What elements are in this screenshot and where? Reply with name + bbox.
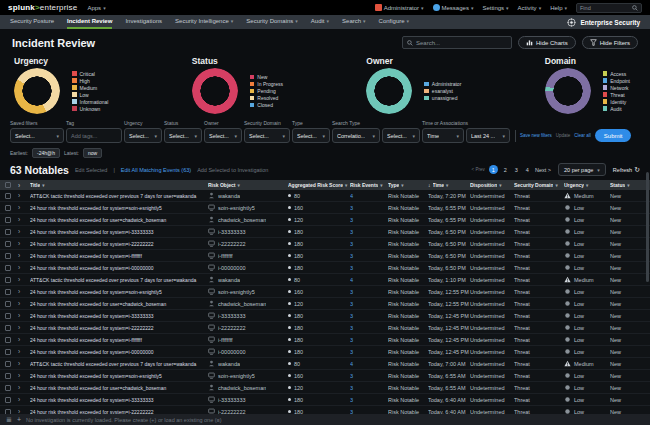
earliest-chip[interactable]: -24h@h xyxy=(32,148,60,158)
expand-row-icon[interactable]: › xyxy=(16,276,30,283)
risk-object-cell[interactable]: i-00000000 xyxy=(208,348,288,355)
risk-events-link[interactable]: 3 xyxy=(350,289,388,295)
expand-row-icon[interactable]: › xyxy=(16,372,30,379)
risk-events-link[interactable]: 3 xyxy=(350,265,388,271)
filter-select[interactable]: Select...▾ xyxy=(124,128,162,143)
notable-title-link[interactable]: 24 hour risk threshold exceeded for syst… xyxy=(30,397,208,403)
row-checkbox[interactable] xyxy=(5,337,11,343)
row-checkbox[interactable] xyxy=(5,277,11,283)
filter-select[interactable]: Select...▾ xyxy=(164,128,202,143)
clear-all-link[interactable]: Clear all xyxy=(574,133,591,138)
search-input[interactable]: Search... xyxy=(402,36,512,49)
filter-select[interactable]: Select...▾ xyxy=(382,128,420,143)
row-checkbox[interactable] xyxy=(5,241,11,247)
nav-tab-security-domains[interactable]: Security Domains▾ xyxy=(246,15,298,29)
row-checkbox[interactable] xyxy=(5,301,11,307)
notable-title-link[interactable]: 24 hour risk threshold exceeded for syst… xyxy=(30,253,208,259)
notable-title-link[interactable]: ATT&CK tactic threshold exceeded over pr… xyxy=(30,193,208,199)
investigation-list-icon[interactable]: ≣ xyxy=(6,416,12,423)
expand-row-icon[interactable]: › xyxy=(16,396,30,403)
hide-filters-button[interactable]: Hide Filters xyxy=(582,36,638,49)
notable-title-link[interactable]: ATT&CK tactic threshold exceeded over pr… xyxy=(30,361,208,367)
row-checkbox[interactable] xyxy=(5,373,11,379)
risk-object-cell[interactable]: wakanda xyxy=(208,192,288,199)
topbar-menu-messages[interactable]: Messages▾ xyxy=(433,4,474,11)
column-header-status[interactable]: Status▾ xyxy=(610,182,650,188)
notable-title-link[interactable]: ATT&CK tactic threshold exceeded over pr… xyxy=(30,277,208,283)
row-checkbox[interactable] xyxy=(5,313,11,319)
donut-owner[interactable] xyxy=(366,68,412,114)
hide-charts-button[interactable]: Hide Charts xyxy=(518,36,576,49)
edit-all-matching-link[interactable]: Edit All Matching Events (63) xyxy=(121,167,191,173)
risk-events-link[interactable]: 3 xyxy=(350,229,388,235)
expand-row-icon[interactable]: › xyxy=(16,204,30,211)
risk-object-cell[interactable]: chadwick_boseman xyxy=(208,216,288,223)
column-header-type[interactable]: Type▾ xyxy=(388,182,428,188)
column-header-aggregated-risk-score[interactable]: Aggregated Risk Score▾ xyxy=(288,182,350,188)
expand-row-icon[interactable]: › xyxy=(16,384,30,391)
filter-select[interactable]: Select...▾ xyxy=(10,128,64,143)
notable-title-link[interactable]: 24 hour risk threshold exceeded for user… xyxy=(30,385,208,391)
row-checkbox[interactable] xyxy=(5,349,11,355)
risk-events-link[interactable]: 3 xyxy=(350,325,388,331)
risk-events-link[interactable]: 3 xyxy=(350,253,388,259)
expand-row-icon[interactable]: › xyxy=(16,264,30,271)
per-page-select[interactable]: 20 per page ▾ xyxy=(558,163,606,176)
donut-urgency[interactable] xyxy=(14,68,60,114)
notable-title-link[interactable]: 24 hour risk threshold exceeded for syst… xyxy=(30,325,208,331)
risk-object-cell[interactable]: i-33333333 xyxy=(208,396,288,403)
vertical-scrollbar[interactable] xyxy=(646,172,649,282)
nav-tab-search[interactable]: Search▾ xyxy=(342,15,366,29)
nav-tab-security-intelligence[interactable]: Security Intelligence▾ xyxy=(175,15,233,29)
notable-title-link[interactable]: 24 hour risk threshold exceeded for syst… xyxy=(30,241,208,247)
row-checkbox[interactable] xyxy=(5,397,11,403)
expand-row-icon[interactable]: › xyxy=(16,324,30,331)
risk-events-link[interactable]: 3 xyxy=(350,241,388,247)
notable-title-link[interactable]: 24 hour risk threshold exceeded for syst… xyxy=(30,373,208,379)
risk-object-cell[interactable]: i-33333333 xyxy=(208,228,288,235)
risk-object-cell[interactable]: wakanda xyxy=(208,360,288,367)
notable-title-link[interactable]: 24 hour risk threshold exceeded for syst… xyxy=(30,313,208,319)
risk-events-link[interactable]: 3 xyxy=(350,349,388,355)
update-link[interactable]: Update xyxy=(556,133,571,138)
column-header-risk-object[interactable]: Risk Object▾ xyxy=(208,182,288,188)
risk-events-link[interactable]: 4 xyxy=(350,193,388,199)
risk-object-cell[interactable]: soin-esnightly5 xyxy=(208,372,288,379)
column-header-security-domain[interactable]: Security Domain▾ xyxy=(514,182,564,188)
risk-object-cell[interactable]: soin-esnightly5 xyxy=(208,288,288,295)
notable-title-link[interactable]: 24 hour risk threshold exceeded for syst… xyxy=(30,289,208,295)
page-4[interactable]: 4 xyxy=(524,166,531,174)
column-header-risk-events[interactable]: Risk Events▾ xyxy=(350,182,388,188)
risk-events-link[interactable]: 3 xyxy=(350,313,388,319)
nav-tab-audit[interactable]: Audit▾ xyxy=(311,15,329,29)
column-header-disposition[interactable]: Disposition▾ xyxy=(470,182,514,188)
notable-title-link[interactable]: 24 hour risk threshold exceeded for syst… xyxy=(30,337,208,343)
nav-tab-investigations[interactable]: Investigations xyxy=(125,15,162,29)
filter-select[interactable]: Select...▾ xyxy=(244,128,290,143)
topbar-menu-activity[interactable]: Activity▾ xyxy=(518,5,542,11)
topbar-menu-help[interactable]: Help▾ xyxy=(550,5,567,11)
risk-events-link[interactable]: 4 xyxy=(350,277,388,283)
row-checkbox[interactable] xyxy=(5,361,11,367)
expand-row-icon[interactable]: › xyxy=(16,348,30,355)
expand-row-icon[interactable]: › xyxy=(16,216,30,223)
page-3[interactable]: 3 xyxy=(513,166,520,174)
latest-chip[interactable]: now xyxy=(83,148,102,158)
row-checkbox[interactable] xyxy=(5,289,11,295)
notable-title-link[interactable]: 24 hour risk threshold exceeded for syst… xyxy=(30,265,208,271)
risk-object-cell[interactable]: i-22222222 xyxy=(208,240,288,247)
apps-menu[interactable]: Apps▾ xyxy=(87,5,105,11)
expand-row-icon[interactable]: › xyxy=(16,312,30,319)
nav-tab-incident-review[interactable]: Incident Review xyxy=(67,15,112,29)
filter-select[interactable]: Select...▾ xyxy=(204,128,242,143)
topbar-menu-administrator[interactable]: Administrator▾ xyxy=(375,4,424,11)
row-checkbox[interactable] xyxy=(5,253,11,259)
notable-title-link[interactable]: 24 hour risk threshold exceeded for user… xyxy=(30,301,208,307)
risk-events-link[interactable]: 3 xyxy=(350,337,388,343)
risk-events-link[interactable]: 3 xyxy=(350,385,388,391)
splunk-logo[interactable]: splunk>enterprise xyxy=(8,3,77,12)
expand-row-icon[interactable]: › xyxy=(16,360,30,367)
expand-row-icon[interactable]: › xyxy=(16,192,30,199)
risk-object-cell[interactable]: soin-esnightly5 xyxy=(208,204,288,211)
expand-row-icon[interactable]: › xyxy=(16,240,30,247)
